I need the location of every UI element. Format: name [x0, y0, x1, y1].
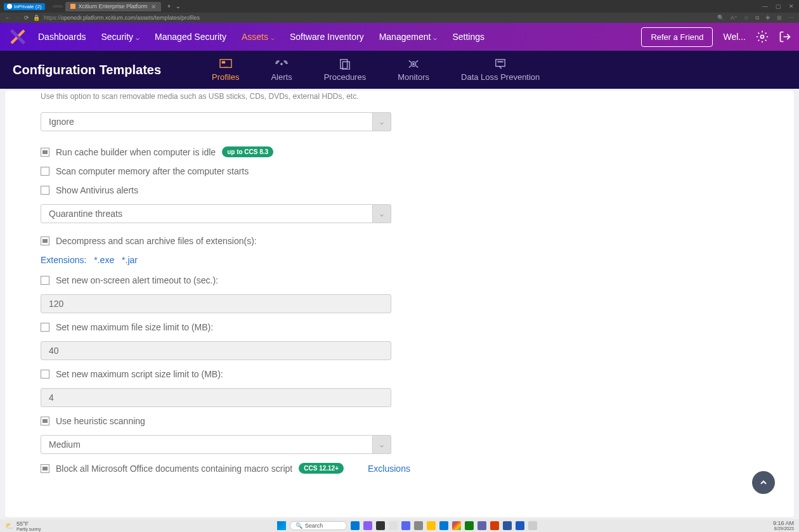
task-icon[interactable] — [528, 521, 537, 530]
menu-icon[interactable]: ⋯ — [788, 15, 794, 22]
profiles-icon — [219, 58, 233, 70]
inprivate-badge: InPrivate (2) — [4, 3, 45, 10]
chevron-up-icon — [758, 477, 769, 488]
sub-nav: Configuration Templates Profiles Alerts … — [0, 51, 799, 89]
threat-action-select[interactable]: Quarantine threats ⌵ — [41, 204, 391, 223]
forward-icon[interactable]: → — [15, 15, 20, 21]
close-window-icon[interactable]: ✕ — [789, 3, 794, 10]
max-file-input[interactable] — [41, 341, 391, 360]
search-icon: 🔍 — [296, 522, 302, 529]
logout-icon[interactable] — [779, 30, 791, 43]
task-icon[interactable] — [465, 521, 474, 530]
scroll-top-button[interactable] — [752, 471, 775, 494]
block-macro-checkbox[interactable] — [41, 464, 49, 473]
alert-timeout-input[interactable] — [41, 294, 391, 313]
browser-tab-strip: InPrivate (2) Xcitium Enterprise Platfor… — [0, 0, 799, 13]
favorites-icon[interactable]: ☆ — [744, 15, 749, 22]
max-script-checkbox[interactable] — [41, 370, 49, 379]
nav-assets[interactable]: Assets⌵ — [242, 32, 275, 42]
tab-dlp[interactable]: Data Loss Prevention — [461, 58, 540, 82]
task-icon[interactable] — [516, 521, 524, 530]
tab-procedures[interactable]: Procedures — [324, 58, 366, 82]
extensions-icon[interactable]: ⊞ — [777, 15, 782, 22]
weather-widget[interactable]: ⛅ 55°F Partly sunny — [5, 521, 41, 531]
chevron-down-icon: ⌵ — [372, 435, 391, 454]
nav-software-inventory[interactable]: Software Inventory — [290, 32, 364, 42]
exclusions-link[interactable]: Exclusions — [368, 464, 410, 474]
split-screen-icon[interactable]: ⧉ — [755, 15, 759, 22]
gear-icon[interactable] — [756, 30, 769, 43]
tab-alerts[interactable]: Alerts — [271, 58, 292, 82]
address-bar: ← → ⟳ 🔒 https://openedr.platform.xcitium… — [0, 13, 799, 23]
task-icon[interactable] — [363, 521, 372, 530]
start-button[interactable] — [277, 521, 286, 530]
tab-xcitium[interactable]: Xcitium Enterprise Platform ✕ — [65, 2, 161, 11]
task-icon[interactable] — [401, 521, 410, 530]
nav-managed-security[interactable]: Managed Security — [155, 32, 226, 42]
xcitium-logo[interactable] — [8, 27, 28, 47]
cache-builder-checkbox[interactable] — [41, 148, 49, 157]
tab-blank[interactable] — [53, 5, 63, 8]
procedures-icon — [338, 58, 352, 70]
svg-point-8 — [412, 63, 415, 65]
max-file-checkbox[interactable] — [41, 323, 49, 332]
tab-favicon — [70, 4, 75, 9]
welcome-dropdown[interactable]: Wel... — [723, 32, 746, 42]
chevron-down-icon: ⌵ — [136, 34, 140, 41]
maximize-icon[interactable]: ▢ — [776, 3, 781, 10]
url-field[interactable]: https://openedr.platform.xcitium.com/ass… — [44, 15, 713, 21]
tab-monitors[interactable]: Monitors — [398, 58, 429, 82]
chevron-down-icon: ⌵ — [271, 34, 275, 41]
zoom-icon[interactable]: 🔍 — [717, 15, 724, 22]
taskbar-search[interactable]: 🔍 Search — [290, 521, 347, 530]
removable-media-select[interactable]: Ignore ⌵ — [41, 112, 391, 131]
svg-rect-2 — [221, 61, 224, 63]
helper-text: Use this option to scan removable media … — [41, 92, 758, 101]
back-icon[interactable]: ← — [5, 15, 11, 21]
heuristic-checkbox[interactable] — [41, 417, 49, 425]
task-icon[interactable] — [414, 521, 423, 530]
alert-timeout-checkbox[interactable] — [41, 276, 49, 285]
task-icon[interactable] — [389, 521, 398, 530]
read-aloud-icon[interactable]: A⁺ — [731, 15, 737, 22]
new-tab-button[interactable]: + — [165, 3, 173, 10]
nav-dashboards[interactable]: Dashboards — [38, 32, 86, 42]
collections-icon[interactable]: ✚ — [765, 15, 770, 22]
refresh-icon[interactable]: ⟳ — [24, 15, 29, 21]
task-icon[interactable] — [376, 521, 385, 530]
tab-dropdown[interactable]: ⌄ — [176, 3, 181, 10]
nav-security[interactable]: Security⌵ — [101, 32, 140, 42]
heuristic-level-select[interactable]: Medium ⌵ — [41, 435, 391, 454]
svg-rect-9 — [496, 59, 505, 66]
close-icon[interactable]: ✕ — [151, 3, 156, 10]
task-icon[interactable] — [490, 521, 499, 530]
task-icon[interactable] — [439, 521, 448, 530]
extension-item[interactable]: *.exe — [94, 255, 114, 265]
alert-timeout-label: Set new on-screen alert timeout to (sec.… — [56, 275, 218, 285]
cache-builder-label: Run cache builder when computer is idle — [56, 147, 216, 157]
system-tray-time[interactable]: 9:16 AM 8/29/2023 — [773, 521, 794, 531]
max-script-input[interactable] — [41, 388, 391, 407]
minimize-icon[interactable]: — — [762, 3, 768, 10]
decompress-checkbox[interactable] — [41, 237, 49, 245]
tab-profiles[interactable]: Profiles — [212, 58, 239, 82]
nav-settings[interactable]: Settings — [452, 32, 484, 42]
alerts-icon — [275, 58, 289, 70]
task-icon[interactable] — [477, 521, 486, 530]
extension-item[interactable]: *.jar — [122, 255, 138, 265]
show-alerts-checkbox[interactable] — [41, 186, 49, 195]
chevron-down-icon: ⌵ — [372, 204, 391, 223]
version-badge: up to CCS 8.3 — [222, 146, 273, 157]
version-badge: CCS 12.12+ — [299, 463, 344, 474]
task-icon[interactable] — [427, 521, 436, 530]
settings-panel: Use this option to scan removable media … — [5, 91, 794, 517]
nav-management[interactable]: Management⌵ — [379, 32, 438, 42]
dlp-icon — [493, 58, 507, 70]
task-icon[interactable] — [351, 521, 360, 530]
task-icon[interactable] — [503, 521, 512, 530]
refer-friend-button[interactable]: Refer a Friend — [641, 27, 713, 47]
task-icon[interactable] — [452, 521, 461, 530]
scan-memory-checkbox[interactable] — [41, 167, 49, 176]
svg-point-4 — [280, 63, 283, 65]
show-alerts-label: Show Antivirus alerts — [56, 185, 138, 195]
